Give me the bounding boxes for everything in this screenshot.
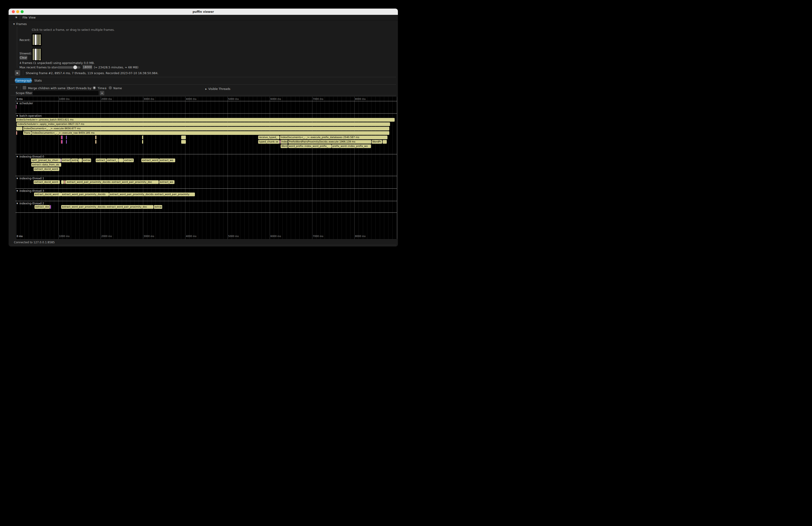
scope-bar[interactable]: extract_docid_word xyxy=(33,167,59,171)
thread-section-header[interactable]: ▼indexing-thread:3 xyxy=(16,189,44,192)
scope-bar[interactable]: receive_typed_ xyxy=(258,135,279,139)
scope-bar[interactable]: Trans xyxy=(23,131,31,135)
frame-thumbnail-bar[interactable] xyxy=(35,49,37,60)
scope-bar[interactable]: index xyxy=(281,140,288,144)
scope-bar[interactable]: IndexDocuments<_, _>::execute 8656.677 m… xyxy=(23,127,389,130)
scope-bar[interactable] xyxy=(181,135,186,139)
max-frames-value[interactable]: 18000 xyxy=(83,65,92,69)
window-title: puffin viewer xyxy=(9,10,398,13)
top-axis-tick-label: 1000 ms xyxy=(59,98,70,100)
scope-bar[interactable]: extrac xyxy=(83,159,91,162)
scope-bar[interactable]: extract_word_pair_proximity_docids::extr… xyxy=(66,180,159,184)
visible-threads-header[interactable]: ▶Visible Threads xyxy=(205,86,230,91)
scope-bar[interactable]: WordPr xyxy=(372,140,382,144)
scope-bar[interactable] xyxy=(16,105,16,109)
scope-bar[interactable] xyxy=(61,135,62,139)
scope-bar[interactable] xyxy=(61,180,64,184)
collapse-triangle-icon: ▼ xyxy=(16,115,18,117)
scope-bar[interactable] xyxy=(50,205,51,209)
play-pause-button[interactable]: ▶ xyxy=(15,70,20,75)
scope-bar[interactable] xyxy=(61,140,62,144)
sort-threads-label: Sort threads by: xyxy=(69,86,92,90)
scope-bar[interactable] xyxy=(142,135,143,139)
frames-collapsing-header[interactable]: ▼Frames xyxy=(13,21,27,26)
scope-bar[interactable]: extract_wo xyxy=(159,180,175,184)
scope-bar[interactable] xyxy=(142,140,143,144)
scope-bar[interactable] xyxy=(95,135,97,139)
scope-bar[interactable]: extract_docid_word xyxy=(34,192,61,196)
scope-bar[interactable]: extract xyxy=(61,159,71,162)
menu-file[interactable]: File xyxy=(23,16,27,19)
scope-bar[interactable]: word_prefix::index_word_prefix_ xyxy=(288,144,331,148)
scope-bar[interactable]: extract_wo xyxy=(159,159,175,162)
frame-thumbnail-bar[interactable] xyxy=(35,34,37,45)
scope-bar[interactable]: prefix_word::index_prefix_wo xyxy=(332,144,371,148)
scope-bar[interactable]: extract_word_pair_proximity_docids::extr… xyxy=(61,205,154,209)
scope-bar[interactable]: IndexScheduler>::apply_index_operation 8… xyxy=(17,122,390,126)
scope-bar[interactable] xyxy=(280,140,280,144)
scope-bar[interactable]: extra xyxy=(71,159,78,162)
sort-by-name-radio[interactable] xyxy=(109,86,112,89)
scope-bar[interactable]: extract::data_from_ob xyxy=(31,163,61,166)
frame-thumbnail-bar[interactable] xyxy=(39,34,41,45)
frame-thumbnail-bar[interactable] xyxy=(37,49,39,60)
frame-thumbnail-bar[interactable] xyxy=(33,34,34,45)
sort-direction-arrow-icon[interactable]: ↓ xyxy=(104,86,107,90)
scope-bar[interactable]: extract_word_pair_proximity_docids xyxy=(61,192,109,196)
merge-children-checkbox[interactable] xyxy=(23,86,26,89)
scope-bar[interactable] xyxy=(66,140,67,144)
thread-section-header[interactable]: ▼indexing-thread:2 xyxy=(16,202,44,205)
scope-bar[interactable] xyxy=(62,135,62,139)
divider xyxy=(11,245,396,245)
flamegraph-canvas[interactable]: 0 ms1000 ms2000 ms3000 ms4000 ms5000 ms6… xyxy=(15,97,397,239)
scope-bar[interactable] xyxy=(95,140,97,144)
scope-bar[interactable]: split_grenad_by_chun xyxy=(31,159,61,162)
scope-bar[interactable]: IndexDocuments<_, _>::execute_prefix_dat… xyxy=(280,135,388,139)
scope-bar[interactable]: extract_ xyxy=(96,159,106,162)
menu-view[interactable]: View xyxy=(29,16,36,19)
scope-bar[interactable] xyxy=(66,180,66,184)
thread-section-header[interactable]: ▼indexing-thread:1 xyxy=(16,177,44,180)
scope-bar[interactable]: Word xyxy=(281,144,288,148)
scope-bar[interactable] xyxy=(382,140,387,144)
scope-filter-input[interactable] xyxy=(33,91,99,96)
scope-bar[interactable]: extract_word xyxy=(141,159,159,162)
thread-section-header[interactable]: ▼batch-operation xyxy=(16,114,42,117)
scope-bar[interactable]: PrefixWordPairsProximityDocids::execute … xyxy=(288,140,372,144)
slowest-frames-thumbnail[interactable] xyxy=(32,48,42,61)
scope-bar[interactable] xyxy=(16,127,23,130)
scope-bar[interactable] xyxy=(119,159,123,162)
recent-frames-thumbnail[interactable] xyxy=(32,33,42,46)
max-frames-slider[interactable] xyxy=(57,66,81,69)
scope-bar[interactable]: extract_ xyxy=(106,159,118,162)
scope-bar[interactable] xyxy=(62,140,62,144)
bottom-axis-tick-label: 7000 ms xyxy=(313,235,323,237)
scope-bar[interactable]: typed_chunk::w xyxy=(258,140,279,144)
frame-thumbnail-bar[interactable] xyxy=(33,49,34,60)
scope-bar[interactable] xyxy=(78,159,82,162)
scope-bar[interactable] xyxy=(64,180,65,184)
scope-bar[interactable] xyxy=(66,135,67,139)
clear-filter-button[interactable]: ✕ xyxy=(100,91,104,96)
scope-bar[interactable]: extrac xyxy=(154,205,162,209)
section-divider xyxy=(16,213,397,213)
thread-section-header[interactable]: ▼indexing-thread:0 xyxy=(16,155,44,158)
theme-toggle-icon[interactable]: ☀ xyxy=(15,16,18,19)
thread-section-header[interactable]: ▼scheduler xyxy=(16,102,33,105)
max-frames-slider-knob[interactable] xyxy=(73,65,77,69)
sort-by-time-radio[interactable] xyxy=(93,86,96,89)
frame-thumbnail-bar[interactable] xyxy=(37,34,39,45)
scope-bar[interactable] xyxy=(16,131,17,135)
tab-stats[interactable]: Stats xyxy=(33,78,42,83)
scope-bar[interactable]: IndexScheduler>::process_batch 8953.821 … xyxy=(16,118,395,122)
tab-flamegraph[interactable]: Flamegraph xyxy=(15,78,31,83)
clear-slowest-button[interactable]: Clear xyxy=(19,56,27,60)
scope-bar[interactable]: extract_word_pair_proximity_docids::extr… xyxy=(109,192,195,196)
scope-bar[interactable] xyxy=(181,140,186,144)
frame-thumbnail-bar[interactable] xyxy=(39,49,41,60)
scope-bar[interactable]: IndexDocuments<_, _>::execute_raw 8459.1… xyxy=(31,131,389,135)
scope-bar[interactable]: extract xyxy=(124,159,134,162)
help-button[interactable]: ? xyxy=(16,86,17,89)
scope-bar[interactable]: extract_docid_word xyxy=(33,180,60,184)
scope-bar[interactable]: extract_doc xyxy=(34,205,50,209)
